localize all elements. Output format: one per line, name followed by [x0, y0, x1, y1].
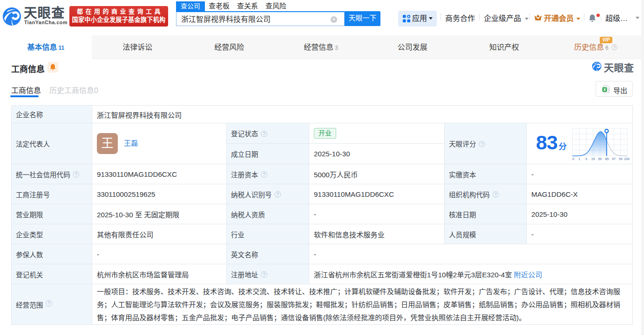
- svg-text:97: 97: [612, 157, 616, 161]
- svg-text:50: 50: [598, 157, 602, 161]
- svg-text:1: 1: [578, 157, 580, 161]
- svg-text:3: 3: [585, 157, 587, 161]
- svg-text:15: 15: [591, 157, 595, 161]
- svg-text:100: 100: [624, 157, 630, 161]
- svg-text:99: 99: [619, 157, 623, 161]
- svg-text:85: 85: [605, 157, 609, 161]
- svg-text:0: 0: [572, 157, 574, 161]
